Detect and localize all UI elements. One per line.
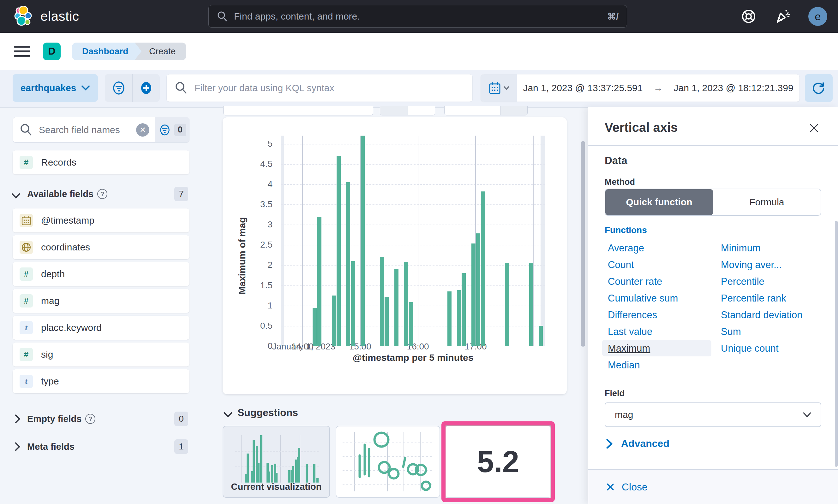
bar-15:20[interactable]	[380, 257, 384, 346]
metric-value: 5.2	[477, 444, 519, 479]
bar-16:45[interactable]	[462, 273, 466, 346]
bar-15:00[interactable]	[361, 136, 365, 346]
field-item-mag[interactable]: #mag	[13, 289, 189, 313]
field-item-coordinates[interactable]: coordinates	[13, 235, 189, 259]
function-differences[interactable]: Differences	[608, 309, 657, 321]
thumb-bar	[268, 471, 270, 483]
suggestions-header[interactable]: Suggestions	[225, 407, 298, 418]
function-counter-rate[interactable]: Counter rate	[608, 276, 662, 287]
advanced-toggle[interactable]: Advanced	[606, 438, 669, 449]
bar-chart-plot[interactable]: 00.511.522.533.544.5514:0015:0016:0017:0…	[281, 136, 545, 346]
flyout-scrollbar[interactable]	[835, 221, 838, 467]
date-range-start[interactable]: Jan 1, 2023 @ 13:37:25.591	[523, 83, 643, 93]
records-field[interactable]: # Records	[13, 150, 189, 175]
function-median[interactable]: Median	[608, 360, 640, 371]
function-maximum[interactable]: Maximum	[608, 343, 650, 354]
suggestion-current-visualization[interactable]: Current visualization	[223, 426, 330, 498]
calendar-menu-button[interactable]	[481, 74, 517, 102]
clear-search-icon[interactable]: ✕	[136, 123, 149, 137]
filter-list-icon[interactable]	[105, 74, 132, 102]
global-search-placeholder: Find apps, content, and more.	[234, 11, 607, 22]
available-fields-header[interactable]: Available fields ? 7	[13, 184, 189, 204]
formula-tab[interactable]: Formula	[713, 189, 821, 215]
bar-15:25[interactable]	[384, 297, 389, 346]
whats-new-icon[interactable]	[774, 8, 791, 24]
bar-14:15[interactable]	[317, 217, 322, 346]
field-item--timestamp[interactable]: @timestamp	[13, 209, 189, 232]
function-sum[interactable]: Sum	[721, 326, 741, 338]
x-gridline	[533, 136, 534, 346]
thumb-bar	[292, 466, 294, 483]
bar-14:35[interactable]	[337, 156, 341, 346]
bar-16:55[interactable]	[472, 244, 476, 346]
bar-15:50[interactable]	[409, 302, 413, 346]
workspace-scrollbar[interactable]	[581, 141, 585, 347]
field-item-place-keyword[interactable]: tplace.keyword	[13, 316, 189, 340]
button-group-cutoff[interactable]	[444, 106, 528, 115]
breadcrumb: Dashboard Create	[72, 42, 186, 60]
y-gridline	[281, 144, 545, 144]
bar-14:30[interactable]	[332, 295, 336, 346]
field-filter-button[interactable]: 0	[155, 117, 189, 142]
chevron-down-icon	[803, 412, 811, 418]
breadcrumb-dashboard[interactable]: Dashboard	[72, 42, 141, 60]
date-range-end[interactable]: Jan 1, 2023 @ 18:12:21.399	[674, 83, 793, 93]
function-last-value[interactable]: Last value	[608, 326, 652, 338]
menu-icon[interactable]	[14, 46, 30, 57]
function-percentile[interactable]: Percentile	[721, 276, 765, 287]
function-moving-aver-[interactable]: Moving aver...	[721, 259, 782, 271]
field-item-type[interactable]: ttype	[13, 369, 189, 393]
suggestion-metric[interactable]: 5.2	[446, 426, 550, 498]
help-icon[interactable]	[741, 8, 756, 24]
help-icon[interactable]: ?	[97, 189, 107, 199]
field-select[interactable]: mag	[605, 402, 821, 427]
bubble-chart-thumbnail	[336, 427, 440, 497]
bar-16:40[interactable]	[457, 290, 461, 346]
function-cumulative-sum[interactable]: Cumulative sum	[608, 293, 678, 304]
thumb-bar	[313, 464, 315, 483]
kql-query-input[interactable]: Filter your data using KQL syntax	[166, 74, 473, 102]
deployment-badge[interactable]: D	[43, 42, 61, 60]
elastic-logo[interactable]	[14, 6, 33, 27]
bar-14:50[interactable]	[351, 261, 355, 346]
bar-16:30[interactable]	[447, 291, 451, 346]
close-icon	[606, 483, 615, 491]
bar-17:00[interactable]	[476, 233, 480, 346]
function-count[interactable]: Count	[608, 259, 634, 271]
data-section-title: Data	[605, 155, 627, 166]
function-percentile-rank[interactable]: Percentile rank	[721, 293, 786, 304]
bar-14:45[interactable]	[346, 182, 350, 346]
field-search-input[interactable]: Search field names ✕ 0	[13, 117, 189, 143]
field-item-sig[interactable]: #sig	[13, 343, 189, 366]
close-button[interactable]: Close	[606, 481, 648, 493]
bar-17:30[interactable]	[505, 263, 509, 346]
string-field-icon: t	[20, 375, 33, 388]
button-group-cutoff[interactable]	[380, 106, 435, 115]
bar-18:05[interactable]	[539, 326, 543, 346]
close-icon[interactable]	[808, 122, 820, 134]
bar-17:55[interactable]	[529, 263, 533, 346]
add-filter-icon[interactable]	[132, 74, 160, 102]
bar-15:45[interactable]	[404, 262, 408, 346]
refresh-button[interactable]	[805, 74, 833, 102]
function-minimum[interactable]: Minimum	[721, 242, 760, 254]
user-avatar[interactable]: e	[808, 7, 827, 26]
quick-function-tab[interactable]: Quick function	[605, 189, 713, 215]
empty-fields-header[interactable]: Empty fields ? 0	[13, 409, 189, 429]
data-view-picker[interactable]: earthquakes	[13, 74, 98, 102]
global-search-input[interactable]: Find apps, content, and more. ⌘/	[208, 5, 627, 28]
bar-14:10[interactable]	[312, 308, 317, 346]
function-standard-deviation[interactable]: Standard deviation	[721, 309, 803, 321]
suggestion-bubble-chart[interactable]	[336, 426, 440, 498]
chevron-right-icon	[11, 442, 20, 451]
bar-17:05[interactable]	[481, 192, 485, 346]
meta-fields-header[interactable]: Meta fields 1	[13, 436, 189, 457]
chart-type-selector-cutoff[interactable]	[223, 106, 373, 115]
function-average[interactable]: Average	[608, 242, 644, 254]
field-item-depth[interactable]: #depth	[13, 262, 189, 286]
lens-editor-app: elastic Find apps, content, and more. ⌘/…	[0, 0, 838, 504]
bar-15:35[interactable]	[394, 269, 398, 346]
field-label: Field	[605, 389, 625, 398]
function-unique-count[interactable]: Unique count	[721, 343, 779, 354]
help-icon[interactable]: ?	[85, 414, 95, 424]
